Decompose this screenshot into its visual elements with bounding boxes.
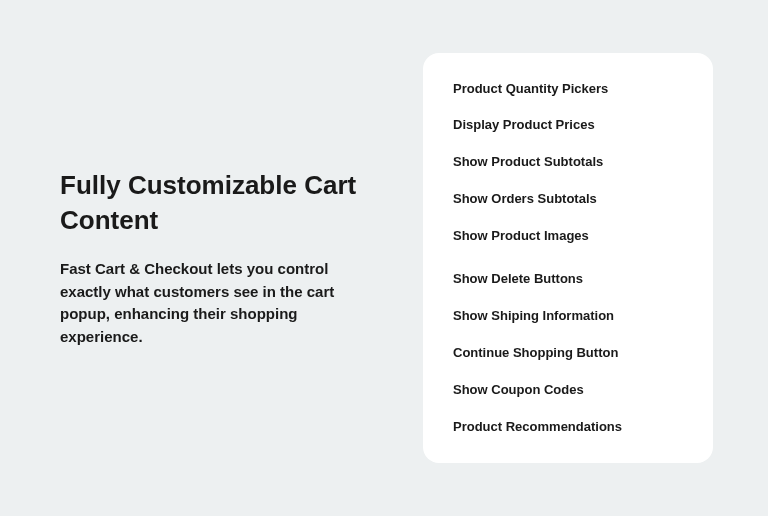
feature-item: Show Coupon Codes xyxy=(453,382,683,399)
feature-item: Show Delete Buttons xyxy=(453,271,683,288)
feature-item: Show Product Subtotals xyxy=(453,154,683,171)
feature-item: Continue Shopping Button xyxy=(453,345,683,362)
feature-item: Display Product Prices xyxy=(453,117,683,134)
hero-heading: Fully Customizable Cart Content xyxy=(60,168,363,238)
hero-text-section: Fully Customizable Cart Content Fast Car… xyxy=(60,168,363,348)
feature-item: Show Product Images xyxy=(453,228,683,245)
feature-item: Show Shiping Information xyxy=(453,308,683,325)
hero-description: Fast Cart & Checkout lets you control ex… xyxy=(60,258,363,348)
feature-item: Product Quantity Pickers xyxy=(453,81,683,98)
feature-item: Show Orders Subtotals xyxy=(453,191,683,208)
feature-item: Product Recommendations xyxy=(453,419,683,436)
features-card: Product Quantity Pickers Display Product… xyxy=(423,53,713,464)
